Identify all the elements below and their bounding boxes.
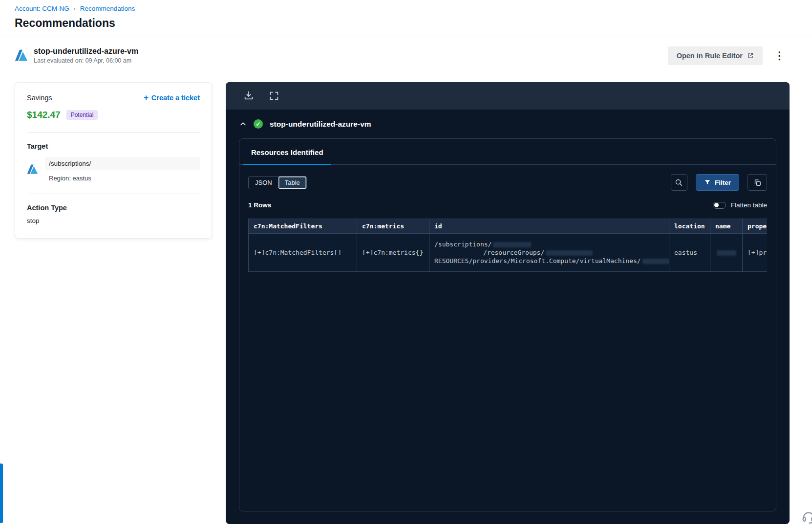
cell-matched-filters-expander[interactable]: [+]c7n:MatchedFilters[] bbox=[249, 234, 357, 272]
resources-panel: ✓ stop-underutilized-azure-vm Resources … bbox=[226, 82, 790, 524]
open-in-rule-editor-button[interactable]: Open in Rule Editor bbox=[668, 46, 763, 65]
action-type-value: stop bbox=[27, 217, 200, 224]
breadcrumb-separator-icon: › bbox=[74, 5, 76, 12]
action-type-label: Action Type bbox=[27, 204, 200, 212]
table-header-row: c7n:MatchedFilters c7n:metrics id locati… bbox=[249, 219, 768, 234]
savings-card: Savings + Create a ticket $142.47 Potent… bbox=[15, 82, 212, 239]
download-icon[interactable] bbox=[243, 90, 254, 101]
cell-properties-expander[interactable]: [+]prop bbox=[743, 234, 768, 272]
rule-last-evaluated: Last evaluated on: 09 Apr, 06:00 am bbox=[34, 57, 138, 64]
azure-icon bbox=[27, 164, 38, 175]
cell-name bbox=[710, 234, 743, 272]
chevron-up-icon[interactable] bbox=[239, 120, 247, 128]
view-toggle: JSON Table bbox=[248, 176, 307, 189]
col-header-metrics: c7n:metrics bbox=[357, 219, 429, 234]
potential-badge: Potential bbox=[66, 110, 98, 120]
card-divider bbox=[27, 194, 200, 194]
flatten-table-label: Flatten table bbox=[731, 201, 767, 209]
col-header-id: id bbox=[429, 219, 669, 234]
col-header-name: name bbox=[710, 219, 743, 234]
search-button[interactable] bbox=[671, 174, 687, 191]
redacted-name bbox=[717, 250, 736, 256]
savings-label: Savings bbox=[27, 94, 52, 102]
success-check-icon: ✓ bbox=[254, 119, 263, 129]
external-link-icon bbox=[747, 52, 754, 59]
id-line-3: RESOURCES/providers/Microsoft.Compute/vi… bbox=[434, 257, 641, 265]
col-header-matched-filters: c7n:MatchedFilters bbox=[249, 219, 357, 234]
support-headset-icon[interactable] bbox=[801, 509, 812, 524]
left-edge-accent bbox=[0, 464, 3, 523]
breadcrumb: Account: CCM-NG › Recommendations bbox=[15, 5, 797, 12]
col-header-properties: propert bbox=[743, 219, 768, 234]
table-actions: Filter bbox=[671, 174, 767, 191]
savings-amount: $142.47 bbox=[27, 110, 61, 120]
resources-table-wrap: c7n:MatchedFilters c7n:metrics id locati… bbox=[248, 219, 767, 272]
azure-icon bbox=[15, 49, 28, 62]
rows-summary-row: 1 Rows Flatten table bbox=[239, 191, 776, 209]
filter-funnel-icon bbox=[704, 179, 711, 186]
create-ticket-label: Create a ticket bbox=[151, 94, 200, 102]
target-path: /subscriptions/ bbox=[45, 157, 200, 170]
kebab-menu-icon[interactable]: ⋮ bbox=[774, 50, 785, 61]
cell-id: /subscriptions/ /resourceGroups/ RESOURC… bbox=[429, 234, 669, 272]
rule-identity: stop-underutilized-azure-vm Last evaluat… bbox=[15, 47, 138, 64]
redacted-resource-group bbox=[546, 250, 593, 256]
check-glyph: ✓ bbox=[256, 121, 260, 128]
cell-location: eastus bbox=[669, 234, 710, 272]
id-line-1: /subscriptions/ bbox=[434, 241, 491, 248]
copy-button[interactable] bbox=[748, 174, 767, 191]
rule-texts: stop-underutilized-azure-vm Last evaluat… bbox=[34, 47, 138, 64]
resources-table: c7n:MatchedFilters c7n:metrics id locati… bbox=[248, 219, 767, 272]
tabs-row: Resources Identified bbox=[239, 139, 776, 165]
rows-count: 1 Rows bbox=[248, 201, 271, 209]
flatten-control: Flatten table bbox=[713, 201, 767, 209]
panel-toolbar bbox=[226, 82, 790, 110]
open-in-rule-editor-label: Open in Rule Editor bbox=[677, 52, 743, 60]
panel-rule-title: stop-underutilized-azure-vm bbox=[270, 120, 371, 129]
fullscreen-icon[interactable] bbox=[269, 90, 279, 101]
page-title: Recommendations bbox=[15, 17, 797, 30]
target-region: Region: eastus bbox=[45, 175, 200, 182]
rule-header: stop-underutilized-azure-vm Last evaluat… bbox=[0, 36, 812, 75]
breadcrumb-account-link[interactable]: Account: CCM-NG bbox=[15, 5, 69, 12]
view-toggle-json[interactable]: JSON bbox=[249, 177, 278, 189]
toggle-knob bbox=[714, 203, 719, 207]
card-divider bbox=[27, 132, 200, 133]
main-content: Savings + Create a ticket $142.47 Potent… bbox=[0, 75, 812, 524]
page-header: Account: CCM-NG › Recommendations Recomm… bbox=[0, 0, 812, 36]
rule-title: stop-underutilized-azure-vm bbox=[34, 47, 138, 56]
resources-identified-container: Resources Identified JSON Table bbox=[239, 138, 776, 511]
redacted-subscription-id bbox=[493, 242, 531, 247]
breadcrumb-recommendations-link[interactable]: Recommendations bbox=[80, 5, 135, 12]
filter-label: Filter bbox=[715, 179, 731, 186]
table-row: [+]c7n:MatchedFilters[] [+]c7n:metrics{}… bbox=[249, 234, 768, 272]
search-icon bbox=[675, 178, 683, 187]
col-header-location: location bbox=[669, 219, 710, 234]
tab-resources-identified[interactable]: Resources Identified bbox=[243, 139, 331, 165]
id-line-2: /resourceGroups/ bbox=[483, 249, 544, 256]
redacted-vm-name bbox=[642, 259, 669, 264]
copy-icon bbox=[753, 178, 762, 187]
table-controls-row: JSON Table Filter bbox=[239, 165, 776, 191]
filter-button[interactable]: Filter bbox=[696, 174, 739, 191]
create-ticket-button[interactable]: + Create a ticket bbox=[144, 93, 200, 102]
target-label: Target bbox=[27, 142, 200, 150]
flatten-table-toggle[interactable] bbox=[713, 202, 726, 209]
plus-icon: + bbox=[144, 93, 149, 102]
rule-section-header: ✓ stop-underutilized-azure-vm bbox=[226, 110, 790, 135]
view-toggle-table[interactable]: Table bbox=[278, 177, 306, 189]
cell-metrics-expander[interactable]: [+]c7n:metrics{} bbox=[357, 234, 429, 272]
target-details: /subscriptions/ Region: eastus bbox=[45, 157, 200, 182]
